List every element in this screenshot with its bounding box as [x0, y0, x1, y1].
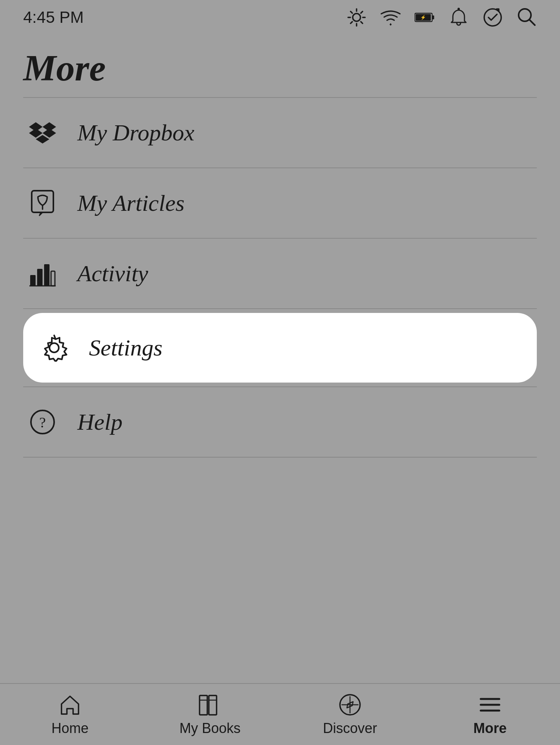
- svg-text:?: ?: [39, 414, 46, 431]
- bottom-nav: Home My Books Discover: [0, 683, 560, 745]
- home-icon: [58, 692, 82, 717]
- dropbox-icon: [27, 117, 58, 148]
- wifi-icon: [381, 7, 401, 27]
- search-icon[interactable]: [517, 7, 537, 27]
- svg-point-0: [353, 14, 360, 21]
- svg-rect-20: [44, 264, 50, 286]
- nav-item-discover[interactable]: Discover: [280, 684, 420, 745]
- svg-line-16: [529, 20, 535, 25]
- svg-line-6: [361, 22, 363, 24]
- articles-icon: [27, 188, 58, 219]
- menu-item-activity[interactable]: Activity: [23, 239, 537, 308]
- nav-item-mybooks[interactable]: My Books: [140, 684, 280, 745]
- brightness-icon: [347, 7, 367, 27]
- svg-text:⚡: ⚡: [420, 15, 426, 20]
- activity-icon: [27, 258, 58, 289]
- menu-label-articles: My Articles: [77, 190, 184, 217]
- svg-point-13: [458, 8, 460, 10]
- divider-3: [23, 308, 537, 309]
- menu-label-help: Help: [77, 409, 123, 436]
- status-icons: ⚡: [347, 7, 537, 27]
- svg-point-23: [50, 343, 59, 352]
- main-content: More My Dropbox My Articles: [0, 35, 560, 683]
- divider-5: [23, 457, 537, 458]
- nav-label-home: Home: [51, 720, 89, 736]
- menu-item-settings[interactable]: Settings: [23, 313, 537, 383]
- settings-icon: [39, 332, 70, 363]
- svg-line-7: [361, 12, 363, 14]
- menu-label-activity: Activity: [77, 260, 148, 287]
- svg-rect-27: [209, 695, 217, 715]
- notifications-icon: [449, 7, 469, 27]
- sync-icon: [483, 7, 503, 27]
- more-icon: [478, 692, 502, 717]
- status-bar: 4:45 PM: [0, 0, 560, 35]
- menu-label-settings: Settings: [89, 335, 162, 361]
- svg-rect-11: [432, 15, 434, 19]
- svg-rect-18: [30, 275, 36, 286]
- svg-rect-19: [37, 269, 43, 286]
- nav-item-home[interactable]: Home: [0, 684, 140, 745]
- nav-label-discover: Discover: [323, 720, 377, 736]
- menu-item-articles[interactable]: My Articles: [23, 168, 537, 238]
- svg-rect-21: [51, 271, 55, 286]
- svg-line-5: [351, 12, 353, 14]
- discover-icon: [338, 692, 362, 717]
- help-icon: ?: [27, 407, 58, 437]
- nav-label-mybooks: My Books: [179, 720, 241, 736]
- nav-item-more[interactable]: More: [420, 684, 560, 745]
- nav-label-more: More: [473, 720, 507, 736]
- mybooks-icon: [198, 692, 222, 717]
- svg-rect-26: [200, 695, 207, 715]
- menu-item-help[interactable]: ? Help: [23, 387, 537, 457]
- page-title: More: [23, 35, 537, 97]
- menu-item-dropbox[interactable]: My Dropbox: [23, 98, 537, 167]
- battery-icon: ⚡: [415, 7, 435, 27]
- svg-line-8: [351, 22, 353, 24]
- menu-label-dropbox: My Dropbox: [77, 120, 195, 146]
- status-time: 4:45 PM: [23, 8, 84, 27]
